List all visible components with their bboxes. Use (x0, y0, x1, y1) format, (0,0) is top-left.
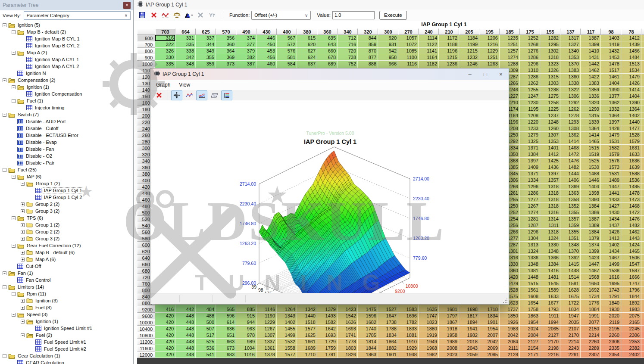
tree-item[interactable]: IAP Group 1 Cyl 1 (0, 187, 133, 194)
table-cell[interactable]: 1399 (581, 248, 601, 255)
table-cell[interactable]: 1631 (621, 145, 641, 151)
table-cell[interactable]: 1318 (540, 229, 560, 235)
table-cell[interactable]: 1267 (256, 326, 277, 332)
table-cell[interactable]: 620 (297, 41, 317, 48)
series-list-icon[interactable] (221, 90, 232, 100)
table-cell[interactable]: 1834 (479, 313, 500, 319)
table-cell[interactable]: 1355 (560, 229, 581, 235)
table-cell[interactable] (641, 255, 644, 261)
tree-item-label[interactable]: Fuel (2) (35, 333, 53, 338)
table-cell[interactable]: 683 (216, 352, 236, 358)
table-cell[interactable]: 1968 (419, 345, 439, 352)
table-cell[interactable]: 1864 (378, 339, 398, 345)
table-cell[interactable]: 1583 (398, 306, 419, 313)
table-cell[interactable]: 1581 (560, 280, 581, 287)
tree-item[interactable]: Ignition (1) (0, 318, 133, 325)
table-cell[interactable]: 1628 (560, 287, 581, 293)
table-cell[interactable] (641, 222, 644, 229)
table-cell[interactable] (641, 242, 644, 248)
table-cell[interactable]: 1325 (520, 138, 540, 145)
table-cell[interactable]: 1695 (601, 280, 621, 287)
table-cell[interactable]: 1416 (540, 268, 560, 274)
collapse-icon[interactable] (12, 292, 16, 296)
table-cell[interactable]: 1397 (601, 119, 621, 125)
table-cell[interactable] (641, 268, 644, 274)
table-cell[interactable]: 2008 (439, 345, 459, 352)
table-cell[interactable]: 1114 (419, 35, 439, 41)
tree-item[interactable]: Map B - default (6) (0, 249, 133, 256)
column-header[interactable]: 185 (500, 28, 520, 35)
table-cell[interactable]: 1534 (621, 67, 641, 74)
table-cell[interactable]: 1236 (439, 61, 459, 67)
row-header[interactable]: 700 (137, 41, 155, 48)
collapse-icon[interactable] (21, 182, 25, 186)
column-header[interactable]: 155 (540, 28, 560, 35)
collapse-icon[interactable] (12, 85, 16, 89)
tree-item[interactable]: Fan Control (0, 277, 133, 283)
tree-item[interactable]: Fan (1) (0, 270, 133, 277)
table-cell[interactable]: 2260 (601, 332, 621, 339)
table-cell[interactable] (641, 151, 644, 158)
row-header[interactable]: 9600 (137, 313, 155, 319)
tree-item[interactable]: IAP Group 1 Cyl 2 (0, 194, 133, 201)
menu-graph[interactable]: Graph (156, 82, 170, 88)
table-cell[interactable]: 1741 (338, 332, 358, 339)
table-cell[interactable]: 1322 (560, 87, 581, 93)
table-cell[interactable]: 637 (297, 61, 317, 67)
table-cell[interactable]: 989 (236, 339, 256, 345)
table-cell[interactable]: 1538 (601, 268, 621, 274)
table-cell[interactable]: 1225 (540, 106, 560, 112)
table-cell[interactable]: 442 (175, 306, 196, 313)
table-cell[interactable]: 2069 (479, 345, 500, 352)
collapse-icon[interactable] (3, 168, 6, 172)
line-chart-icon[interactable] (196, 90, 207, 100)
table-cell[interactable]: 1444 (560, 171, 581, 177)
table-cell[interactable]: 1633 (540, 293, 560, 300)
table-cell[interactable]: 1371 (520, 171, 540, 177)
table-cell[interactable]: 1387 (581, 216, 601, 222)
tree-item-label[interactable]: Cut-Off (25, 264, 42, 269)
value-input[interactable] (332, 11, 375, 19)
tree-item[interactable]: Disable - O2 (0, 152, 133, 159)
expand-icon[interactable] (21, 209, 25, 213)
table-cell[interactable]: 1257 (500, 48, 520, 54)
table-cell[interactable]: 944 (236, 319, 256, 326)
table-cell[interactable]: 1318 (540, 54, 560, 61)
table-cell[interactable]: 1315 (540, 74, 560, 80)
table-cell[interactable]: 2042 (500, 332, 520, 339)
table-cell[interactable]: 1208 (520, 112, 540, 119)
table-cell[interactable]: 1654 (520, 300, 540, 306)
tree-item-label[interactable]: Group 3 (2) (34, 208, 60, 214)
table-cell[interactable]: 1488 (581, 171, 601, 177)
table-cell[interactable]: 1485 (621, 184, 641, 190)
tree-item-label[interactable]: Fuel (25) (17, 167, 38, 172)
table-cell[interactable]: 1527 (378, 306, 398, 313)
tree-item[interactable]: Ignition (3) (0, 297, 133, 304)
table-cell[interactable]: 1324 (520, 248, 540, 255)
tree-item-label[interactable]: Compensation (2) (17, 78, 56, 83)
table-cell[interactable]: 369 (216, 54, 236, 61)
table-cell[interactable]: 1348 (560, 242, 581, 248)
table-cell[interactable]: 1561 (520, 287, 540, 293)
table-cell[interactable]: 1377 (601, 93, 621, 100)
expand-icon[interactable] (21, 202, 25, 206)
table-cell[interactable]: 1941 (459, 326, 479, 332)
collapse-icon[interactable] (3, 285, 6, 289)
table-cell[interactable]: 1406 (560, 177, 581, 184)
row-header[interactable]: 11600 (137, 345, 155, 352)
table-cell[interactable]: 1738 (378, 319, 398, 326)
table-cell[interactable]: 1384 (581, 229, 601, 235)
table-cell[interactable]: 1573 (601, 164, 621, 171)
tree-item-label[interactable]: Ignition N (25, 71, 47, 76)
tree-item-label[interactable]: IAP (6) (26, 174, 42, 179)
table-cell[interactable]: 1423 (581, 255, 601, 261)
table-cell[interactable]: 1576 (601, 158, 621, 164)
table-cell[interactable]: 1426 (601, 229, 621, 235)
tree-item-label[interactable]: Ignition Map B CYL 2 (34, 43, 81, 48)
table-cell[interactable]: 1778 (338, 339, 358, 345)
table-cell[interactable]: 1422 (581, 74, 601, 80)
table-cell[interactable]: 453 (256, 48, 277, 54)
close-icon[interactable]: × (123, 2, 131, 9)
tree-item-label[interactable]: TPS (6) (26, 215, 44, 221)
table-cell[interactable]: 1355 (560, 209, 581, 216)
